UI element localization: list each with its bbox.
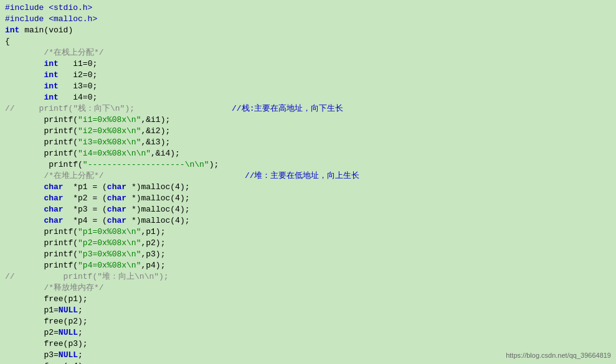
code-text <box>5 81 44 92</box>
code-text: i1=0; <box>59 58 97 70</box>
code-text: "--------------------\n\n" <box>83 159 209 170</box>
code-line-1: #include <stdio.h> <box>5 2 611 14</box>
code-text: ,&i3); <box>141 137 170 148</box>
code-text: //堆：主要在低地址，向上生长 <box>245 170 360 182</box>
code-text: // printf("堆：向上\n\n"); <box>5 271 169 282</box>
code-line-29: free(p2); <box>5 316 611 327</box>
code-text: printf( <box>5 114 78 126</box>
code-line-11: printf("i1=0x%08x\n",&i1); <box>5 114 611 126</box>
code-text: *p3 = ( <box>64 204 107 215</box>
code-line-30: p2=NULL; <box>5 327 611 338</box>
code-text <box>5 215 44 226</box>
code-text: /*释放堆内存*/ <box>44 282 103 294</box>
code-text: char <box>44 182 63 193</box>
code-text: NULL <box>59 327 78 338</box>
code-text: i2=0; <box>59 70 97 81</box>
code-text: // printf("栈：向下\n"); <box>5 103 232 114</box>
code-text: ,p1); <box>141 226 165 238</box>
code-text: printf( <box>5 260 78 271</box>
code-line-6: int i1=0; <box>5 58 611 70</box>
code-text: int <box>5 25 19 36</box>
code-text: char <box>44 193 63 204</box>
code-text: free(p1); <box>5 294 88 305</box>
code-text <box>5 182 44 193</box>
code-text: int <box>44 70 58 81</box>
code-text: ,&i4); <box>151 148 180 159</box>
code-text: ,p2); <box>141 238 165 249</box>
code-text: #include <stdio.h> <box>5 2 92 14</box>
code-text: /*在栈上分配*/ <box>44 47 103 58</box>
code-line-19: char *p3 = (char *)malloc(4); <box>5 204 611 215</box>
code-text: int <box>44 92 58 103</box>
code-line-24: printf("p4=0x%08x\n",p4); <box>5 260 611 271</box>
code-line-4: { <box>5 36 611 47</box>
code-text: #include <malloc.h> <box>5 14 97 25</box>
code-text: i3=0; <box>59 81 97 92</box>
code-text: int <box>44 58 58 70</box>
code-text: ,p3); <box>141 249 165 260</box>
code-text: main(void) <box>19 25 73 36</box>
code-text: printf( <box>5 159 83 170</box>
code-line-5: /*在栈上分配*/ <box>5 47 611 58</box>
code-line-26: /*释放堆内存*/ <box>5 282 611 294</box>
code-text <box>5 282 44 294</box>
code-line-10: // printf("栈：向下\n"); //栈:主要在高地址，向下生长 <box>5 103 611 114</box>
code-text: /*在堆上分配*/ <box>44 170 244 182</box>
code-line-33: free(p4); <box>5 361 611 364</box>
code-text: free(p4); <box>5 361 88 364</box>
code-text: free(p2); <box>5 316 88 327</box>
code-line-22: printf("p2=0x%08x\n",p2); <box>5 238 611 249</box>
code-text: int <box>44 81 58 92</box>
code-text <box>5 170 44 182</box>
code-line-14: printf("i4=0x%08x\n\n",&i4); <box>5 148 611 159</box>
code-line-7: int i2=0; <box>5 70 611 81</box>
code-text: *p1 = ( <box>64 182 107 193</box>
code-text: printf( <box>5 226 78 238</box>
watermark: https://blog.csdn.net/qq_39664819 <box>506 352 611 359</box>
code-text: p2= <box>5 327 59 338</box>
code-line-12: printf("i2=0x%08x\n",&i2); <box>5 126 611 137</box>
code-text: *p4 = ( <box>64 215 107 226</box>
code-line-28: p1=NULL; <box>5 305 611 316</box>
code-text: "p1=0x%08x\n" <box>78 226 141 238</box>
code-text: NULL <box>59 305 78 316</box>
code-text: printf( <box>5 238 78 249</box>
code-line-15: printf("--------------------\n\n"); <box>5 159 611 170</box>
brace-open: { <box>5 36 10 47</box>
code-text: printf( <box>5 249 78 260</box>
code-text: ; <box>78 350 83 361</box>
code-text: printf( <box>5 148 78 159</box>
code-line-18: char *p2 = (char *)malloc(4); <box>5 193 611 204</box>
code-text: "i4=0x%08x\n\n" <box>78 148 151 159</box>
code-text <box>5 70 44 81</box>
code-text: *)malloc(4); <box>126 204 189 215</box>
code-editor: #include <stdio.h> #include <malloc.h> i… <box>0 0 616 364</box>
code-text: //栈:主要在高地址，向下生长 <box>232 103 343 114</box>
code-text: "i1=0x%08x\n" <box>78 114 141 126</box>
code-text: char <box>107 204 126 215</box>
code-text: "i2=0x%08x\n" <box>78 126 141 137</box>
code-text: ,&i1); <box>141 114 170 126</box>
code-text <box>5 47 44 58</box>
code-line-25: // printf("堆：向上\n\n"); <box>5 271 611 282</box>
code-line-9: int i4=0; <box>5 92 611 103</box>
code-text: "p3=0x%08x\n" <box>78 249 141 260</box>
code-text: char <box>107 182 126 193</box>
code-text: *p2 = ( <box>64 193 107 204</box>
code-text: printf( <box>5 126 78 137</box>
code-text: ,&i2); <box>141 126 170 137</box>
code-text: free(p3); <box>5 338 88 350</box>
code-line-8: int i3=0; <box>5 81 611 92</box>
code-line-20: char *p4 = (char *)malloc(4); <box>5 215 611 226</box>
code-text: p1= <box>5 305 59 316</box>
code-line-16: /*在堆上分配*/ //堆：主要在低地址，向上生长 <box>5 170 611 182</box>
code-text: ; <box>78 305 83 316</box>
code-text: "p2=0x%08x\n" <box>78 238 141 249</box>
code-text <box>5 193 44 204</box>
code-line-3: int main(void) <box>5 25 611 36</box>
code-text <box>5 58 44 70</box>
code-text: *)malloc(4); <box>126 215 189 226</box>
code-line-31: free(p3); <box>5 338 611 350</box>
code-line-13: printf("i3=0x%08x\n",&i3); <box>5 137 611 148</box>
code-text: "p4=0x%08x\n" <box>78 260 141 271</box>
